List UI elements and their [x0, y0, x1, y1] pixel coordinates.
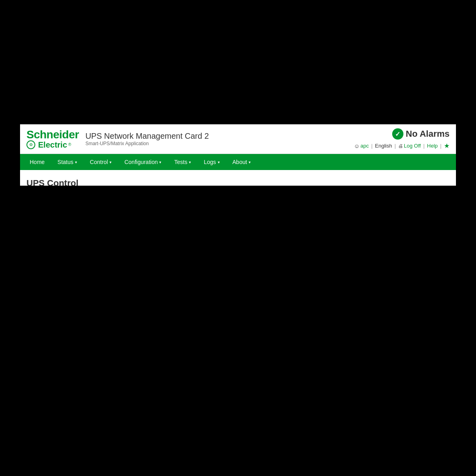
nav-about[interactable]: About ▾ [226, 154, 257, 170]
status-arrow: ▾ [75, 160, 77, 164]
tests-arrow: ▾ [189, 160, 191, 164]
nav-tests[interactable]: Tests ▾ [168, 154, 197, 170]
content: UPS Control Reboot UPS Outlet Groups Tur… [20, 170, 456, 186]
nav-bar: Home Status ▾ Control ▾ Configuration ▾ … [20, 154, 456, 170]
logo-sub: Electric [38, 141, 67, 149]
header-left: Schneider ⊙ Electric ® UPS Network Manag… [26, 129, 209, 149]
header-right: ✓ No Alarms ☺ apc | English | 🖨 Log Off … [354, 128, 450, 150]
header-links: ☺ apc | English | 🖨 Log Off | Help | ★ [354, 142, 450, 150]
logo-text: Schneider [26, 129, 79, 140]
about-arrow: ▾ [249, 160, 251, 164]
logo: Schneider ⊙ Electric ® [26, 129, 79, 149]
control-arrow: ▾ [109, 160, 111, 164]
page-title: UPS Control [26, 178, 450, 186]
nav-logs[interactable]: Logs ▾ [197, 154, 226, 170]
no-alarms-label: No Alarms [406, 129, 450, 139]
language-label: English [375, 143, 392, 149]
logo-icon: ⊙ [26, 140, 35, 149]
nav-home[interactable]: Home [23, 154, 51, 170]
logoff-link[interactable]: Log Off [404, 143, 421, 149]
nav-control[interactable]: Control ▾ [83, 154, 118, 170]
configuration-arrow: ▾ [159, 160, 161, 164]
user-icon: ☺ [354, 143, 359, 149]
header: Schneider ⊙ Electric ® UPS Network Manag… [20, 124, 456, 154]
no-alarms-badge: ✓ No Alarms [392, 128, 450, 140]
nav-configuration[interactable]: Configuration ▾ [118, 154, 168, 170]
app-title: UPS Network Management Card 2 [85, 132, 209, 141]
app-subtitle: Smart-UPS/Matrix Application [85, 141, 209, 146]
user-link[interactable]: apc [361, 143, 369, 149]
logoff-icon: 🖨 [398, 143, 403, 149]
help-link[interactable]: Help [427, 143, 438, 149]
header-title-block: UPS Network Management Card 2 Smart-UPS/… [85, 132, 209, 146]
nav-status[interactable]: Status ▾ [51, 154, 83, 170]
check-icon: ✓ [392, 128, 403, 140]
bookmark-icon[interactable]: ★ [444, 142, 450, 150]
logs-arrow: ▾ [218, 160, 220, 164]
